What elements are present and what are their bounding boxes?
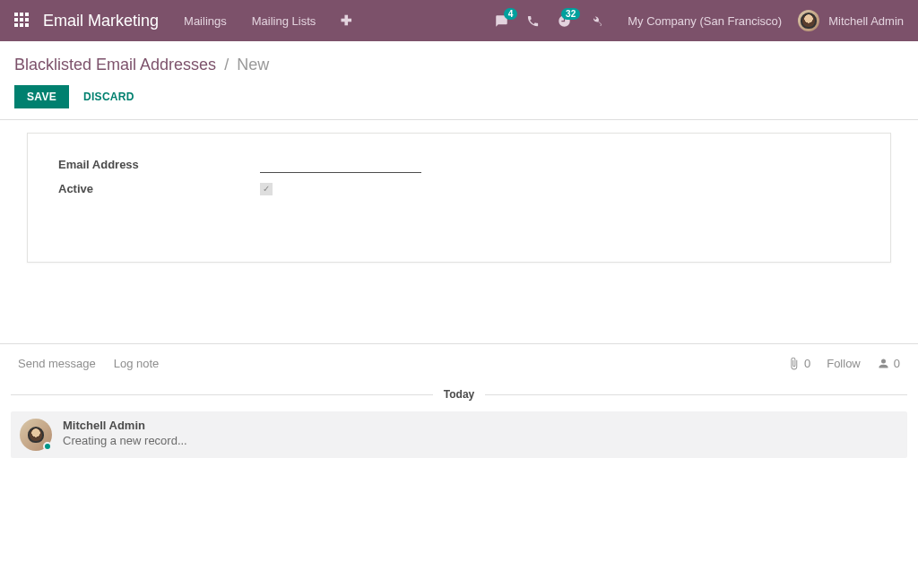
save-button[interactable]: SAVE: [14, 85, 69, 108]
email-label: Email Address: [58, 158, 260, 171]
person-icon: [877, 357, 890, 370]
attachments-count[interactable]: 0: [787, 357, 810, 370]
company-switcher[interactable]: My Company (San Francisco): [628, 14, 782, 28]
user-name: Mitchell Admin: [828, 14, 904, 28]
phone-icon[interactable]: [526, 14, 540, 28]
chatter: Send message Log note 0 Follow 0 Today M…: [0, 343, 918, 463]
attachments-number: 0: [804, 357, 810, 370]
online-status-icon: [43, 442, 52, 451]
followers-number: 0: [894, 357, 900, 370]
followers-count[interactable]: 0: [877, 357, 900, 370]
field-active-row: Active ✓: [58, 182, 860, 195]
discard-button[interactable]: DISCARD: [80, 85, 138, 108]
messages-badge: 4: [504, 8, 518, 20]
apps-menu-icon[interactable]: [14, 13, 30, 29]
activities-icon[interactable]: 32: [558, 14, 571, 28]
debug-tools-icon[interactable]: [589, 14, 602, 28]
chatter-toolbar: Send message Log note 0 Follow 0: [0, 344, 918, 383]
send-message-tab[interactable]: Send message: [18, 357, 96, 370]
paperclip-icon: [787, 357, 801, 370]
active-checkbox[interactable]: ✓: [260, 183, 273, 195]
breadcrumb: Blacklisted Email Addresses / New: [14, 56, 904, 74]
active-label: Active: [58, 182, 260, 195]
user-avatar-icon: [798, 10, 819, 31]
nav-mailing-lists[interactable]: Mailing Lists: [252, 14, 316, 28]
breadcrumb-current: New: [237, 56, 269, 74]
message-author-avatar: [20, 419, 52, 451]
user-menu[interactable]: Mitchell Admin: [798, 10, 904, 31]
message-item: Mitchell Admin Creating a new record...: [11, 411, 907, 458]
message-list: Mitchell Admin Creating a new record...: [0, 406, 918, 463]
email-input[interactable]: [260, 155, 421, 173]
messages-icon[interactable]: 4: [495, 14, 508, 28]
nav-mailings[interactable]: Mailings: [184, 14, 227, 28]
activities-badge: 32: [561, 8, 580, 20]
breadcrumb-parent[interactable]: Blacklisted Email Addresses: [14, 56, 216, 74]
message-author: Mitchell Admin: [63, 419, 187, 432]
form-sheet-container: Email Address Active ✓: [0, 120, 918, 263]
follow-button[interactable]: Follow: [827, 357, 861, 370]
date-separator: Today: [0, 383, 918, 406]
message-body: Creating a new record...: [63, 434, 187, 447]
breadcrumb-bar: Blacklisted Email Addresses / New: [0, 41, 918, 80]
log-note-tab[interactable]: Log note: [114, 357, 160, 370]
nav-new-icon[interactable]: ✚: [341, 13, 352, 29]
main-navbar: Email Marketing Mailings Mailing Lists ✚…: [0, 0, 918, 41]
date-separator-label: Today: [433, 388, 485, 401]
field-email-row: Email Address: [58, 155, 860, 173]
action-buttons: SAVE DISCARD: [0, 80, 918, 119]
app-brand[interactable]: Email Marketing: [43, 12, 159, 30]
breadcrumb-separator: /: [224, 56, 229, 74]
form-sheet: Email Address Active ✓: [27, 133, 891, 263]
